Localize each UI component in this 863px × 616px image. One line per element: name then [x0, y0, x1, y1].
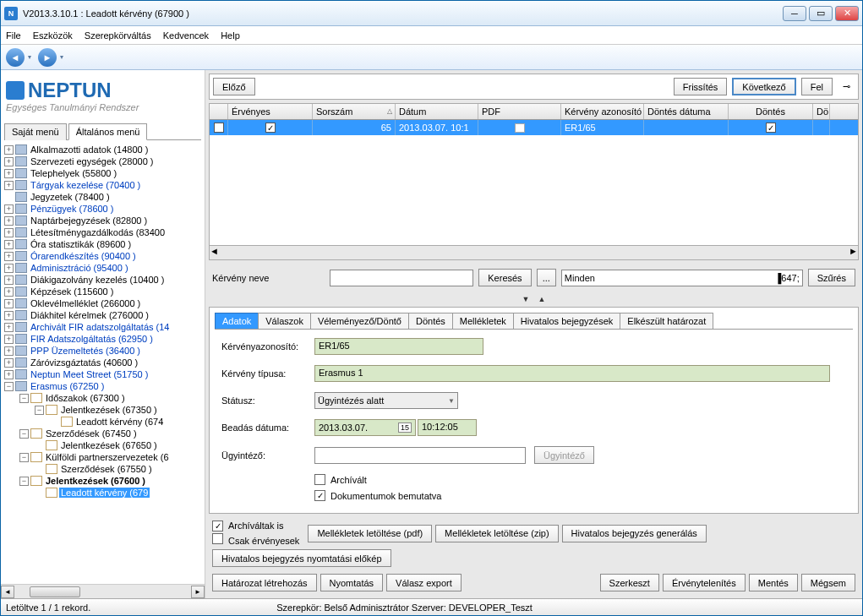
filter-select[interactable]: Minden ▐647;	[561, 270, 803, 286]
col-sorszam[interactable]: Sorszám	[316, 106, 352, 117]
expand-icon[interactable]: +	[4, 358, 14, 368]
ugyintezo-field[interactable]	[314, 447, 526, 464]
expand-icon[interactable]: −	[19, 429, 29, 439]
search-button[interactable]: Keresés	[478, 269, 531, 286]
tab-hivatalos[interactable]: Hivatalos bejegyzések	[513, 313, 620, 329]
beadas-time-field[interactable]: 10:12:05	[418, 419, 477, 436]
expand-icon[interactable]: +	[4, 335, 14, 344]
tree-item[interactable]: +Képzések (115600 )	[1, 286, 205, 297]
tree-item[interactable]: +Órarendkészítés (90400 )	[1, 250, 205, 262]
expand-icon[interactable]: +	[4, 299, 14, 308]
col-dontes[interactable]: Döntés	[756, 106, 785, 117]
tree-item[interactable]: −Jelentkezések (67350 )	[1, 404, 205, 416]
expand-icon[interactable]	[35, 465, 44, 474]
expand-icon[interactable]: −	[4, 382, 14, 391]
status-select[interactable]: Ügyintézés alatt ▼	[314, 392, 458, 409]
tree-item[interactable]: Szerződések (67550 )	[1, 463, 205, 475]
scroll-left-icon[interactable]: ◄	[1, 586, 14, 598]
grid-scroll-left-icon[interactable]: ◄	[210, 246, 219, 259]
tree-item[interactable]: +Diákigazolvány kezelés (10400 )	[1, 274, 205, 286]
valasz-export-button[interactable]: Válasz export	[386, 574, 462, 591]
expand-icon[interactable]: +	[4, 252, 14, 261]
zip-download-button[interactable]: Mellékletek letöltése (zip)	[435, 525, 559, 542]
pin-icon[interactable]: ⊸	[838, 81, 855, 92]
table-row[interactable]: ✓ 65 2013.03.07. 10:1 ER1/65 ✓	[210, 120, 858, 135]
menu-eszkozok[interactable]: Eszközök	[33, 30, 73, 41]
tree-item[interactable]: +PPP Üzemeltetés (36400 )	[1, 345, 205, 357]
col-dontes-datum[interactable]: Döntés dátuma	[647, 106, 711, 117]
tree-item[interactable]: +Pénzügyek (78600 )	[1, 203, 205, 215]
scroll-thumb[interactable]	[30, 586, 80, 597]
tab-hatarozat[interactable]: Elkészült határozat	[620, 313, 713, 329]
expand-icon[interactable]: +	[4, 169, 14, 178]
expand-icon[interactable]: +	[4, 228, 14, 237]
menu-szerepkor[interactable]: Szerepkörváltás	[85, 30, 151, 41]
tree-item[interactable]: −Időszakok (67300 )	[1, 392, 205, 404]
close-button[interactable]: ✕	[835, 6, 859, 21]
hiv-gen-button[interactable]: Hivatalos bejegyzés generálás	[562, 525, 707, 542]
tree-item[interactable]: +Tárgyak kezelése (70400 )	[1, 179, 205, 191]
data-grid[interactable]: Érvényes Sorszám△ Dátum PDF Kérvény azon…	[209, 103, 859, 260]
tab-sajat-menu[interactable]: Saját menü	[4, 123, 67, 140]
expand-icon[interactable]: +	[4, 370, 14, 379]
tab-dontes[interactable]: Döntés	[408, 313, 453, 329]
row-checkbox[interactable]	[214, 123, 224, 133]
szerkeszt-button[interactable]: Szerkeszt	[600, 574, 659, 591]
archivalt-checkbox[interactable]	[314, 474, 325, 485]
col-azon[interactable]: Kérvény azonosító	[565, 106, 642, 117]
col-datum[interactable]: Dátum	[399, 106, 426, 117]
tree-item[interactable]: Leadott kérvény (679	[1, 487, 205, 499]
tree-item[interactable]: +Diákhitel kérelmek (276000 )	[1, 309, 205, 321]
expand-icon[interactable]: −	[19, 477, 29, 486]
next-button[interactable]: Következő	[732, 78, 795, 95]
calendar-icon[interactable]: 15	[398, 422, 412, 433]
mentes-button[interactable]: Mentés	[749, 574, 798, 591]
tab-velemenyezo[interactable]: Véleményező/Döntő	[310, 313, 409, 329]
tree-item[interactable]: +Óra statisztikák (89600 )	[1, 238, 205, 250]
archivaltak-is-checkbox[interactable]: ✓	[212, 521, 223, 532]
megsem-button[interactable]: Mégsem	[801, 574, 855, 591]
tree-item[interactable]: +Archivált FIR adatszolgáltatás (14	[1, 321, 205, 333]
expand-icon[interactable]: +	[4, 216, 14, 226]
search-more-button[interactable]: ...	[537, 269, 556, 286]
tree-item[interactable]: −Külföldi partnerszervezetek (6	[1, 451, 205, 463]
tab-altalanos-menu[interactable]: Általános menü	[68, 123, 148, 140]
tree-item[interactable]: −Szerződések (67450 )	[1, 428, 205, 439]
pdf-download-button[interactable]: Mellékletek letöltése (pdf)	[308, 525, 432, 542]
expand-icon[interactable]: +	[4, 275, 14, 285]
col-ervenyes[interactable]: Érvényes	[232, 106, 270, 117]
expand-icon[interactable]: +	[4, 181, 14, 190]
expand-icon[interactable]: +	[4, 240, 14, 249]
ervenyes-checkbox[interactable]: ✓	[265, 123, 276, 133]
nav-back-button[interactable]: ◄	[6, 48, 25, 67]
ervenytelenit-button[interactable]: Érvénytelenítés	[663, 574, 746, 591]
up-button[interactable]: Fel	[801, 78, 833, 95]
tree-view[interactable]: +Alkalmazotti adatok (14800 )+Szervezeti…	[1, 140, 205, 584]
grid-hscroll[interactable]: ◄ ►	[210, 245, 858, 259]
tree-item[interactable]: +Szervezeti egységek (28000 )	[1, 155, 205, 167]
tree-item[interactable]: Jegyzetek (78400 )	[1, 191, 205, 203]
expand-icon[interactable]: +	[4, 157, 14, 166]
expand-icon[interactable]	[35, 441, 44, 450]
grid-scroll-right-icon[interactable]: ►	[849, 246, 858, 259]
tree-item[interactable]: +Neptun Meet Street (51750 )	[1, 368, 205, 380]
search-input[interactable]	[330, 270, 473, 286]
dokbemut-checkbox[interactable]: ✓	[314, 490, 325, 501]
szures-button[interactable]: Szűrés	[808, 269, 855, 286]
scroll-right-icon[interactable]: ►	[191, 586, 205, 598]
minimize-button[interactable]: ─	[783, 6, 806, 21]
tree-item[interactable]: +Telephelyek (55800 )	[1, 167, 205, 179]
tab-mellekletek[interactable]: Mellékletek	[452, 313, 514, 329]
tree-item[interactable]: +Alkalmazotti adatok (14800 )	[1, 144, 205, 155]
expand-icon[interactable]: +	[4, 346, 14, 356]
tree-item[interactable]: −Erasmus (67250 )	[1, 380, 205, 392]
maximize-button[interactable]: ▭	[809, 6, 833, 21]
expand-icon[interactable]: −	[19, 394, 29, 403]
tree-item[interactable]: +Oklevélmelléklet (266000 )	[1, 297, 205, 309]
dontes-checkbox[interactable]: ✓	[766, 123, 776, 133]
refresh-button[interactable]: Frissítés	[674, 78, 728, 95]
titlebar[interactable]: N V2013.3.10.1 : Leadott kérvény (67900 …	[1, 1, 862, 26]
tree-item[interactable]: Jelentkezések (67650 )	[1, 439, 205, 451]
nav-forward-dropdown[interactable]: ▾	[60, 53, 63, 61]
collapse-down-icon[interactable]: ▼	[522, 295, 530, 303]
